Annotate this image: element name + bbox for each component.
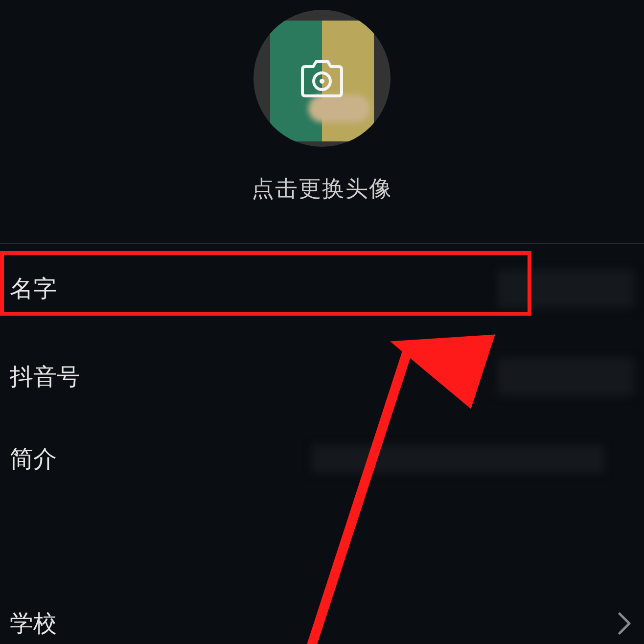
row-school[interactable]: 学校 [0,603,644,644]
chevron-right-icon [615,614,634,633]
row-intro-label: 简介 [10,443,57,475]
row-douyin-id[interactable]: 抖音号 [0,334,644,420]
row-name[interactable]: 名字 [0,244,644,334]
row-douyin-label: 抖音号 [10,361,80,392]
camera-icon [298,59,346,98]
avatar-change-button[interactable] [253,10,391,147]
change-avatar-hint: 点击更换头像 [252,174,392,204]
row-name-value [497,269,634,308]
row-intro[interactable]: 简介 [0,420,644,498]
svg-point-1 [320,79,324,84]
profile-form: 名字 抖音号 简介 学校 [0,244,644,498]
row-school-label: 学校 [10,608,57,639]
row-intro-value [311,444,605,474]
row-douyin-value [497,357,634,396]
row-name-label: 名字 [10,273,57,304]
